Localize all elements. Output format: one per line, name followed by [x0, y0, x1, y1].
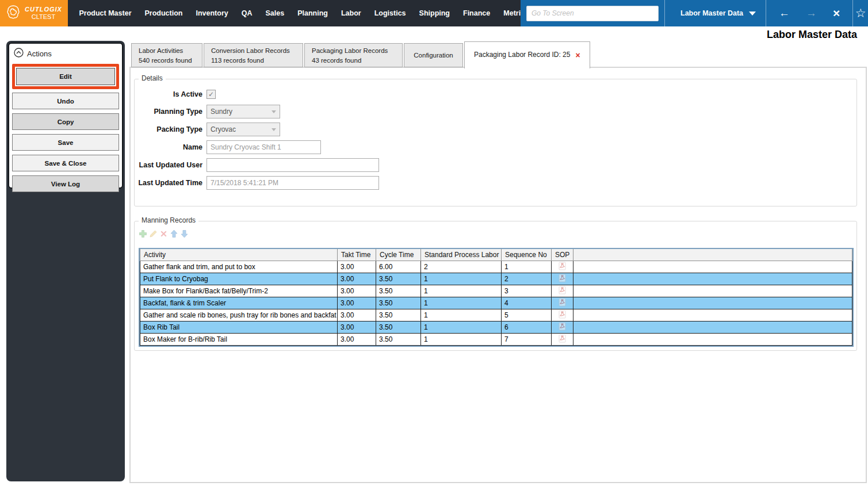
tab-record-count: 43 records found [312, 56, 395, 66]
table-row[interactable]: Box Rib Tail 3.00 3.50 1 6 [140, 321, 852, 333]
edit-button[interactable]: Edit [16, 68, 115, 85]
add-row-icon[interactable] [139, 229, 147, 240]
sop-pdf-icon[interactable] [559, 298, 566, 308]
last-updated-time-label: Last Updated Time [135, 179, 202, 187]
screen-selector-label: Labor Master Data [680, 9, 743, 17]
is-active-label: Is Active [135, 90, 202, 98]
close-screen-icon[interactable]: × [825, 0, 848, 26]
favorite-star-icon[interactable]: ☆ [855, 6, 866, 20]
column-header-blank [573, 249, 852, 261]
cell-cycle-time: 6.00 [376, 261, 421, 273]
cell-sequence-no: 6 [502, 321, 552, 333]
is-active-checkbox[interactable]: ✓ [207, 90, 216, 99]
cell-activity: Put Flank to Cryobag [140, 273, 338, 285]
menu-item-planning[interactable]: Planning [291, 9, 335, 17]
table-row[interactable]: Make Box for Flank/Back fat/Belly/Trim-2… [140, 285, 852, 297]
last-updated-user-field[interactable] [207, 158, 379, 172]
save-and-close-button[interactable]: Save & Close [12, 155, 119, 171]
table-row[interactable]: Gather flank and trim, and put to box 3.… [140, 261, 852, 273]
app-logo[interactable]: CUTLOGIX CLTEST [0, 0, 68, 26]
last-updated-user-row: Last Updated User [135, 158, 856, 172]
screen-selector-dropdown[interactable]: Labor Master Data [671, 9, 766, 17]
cutlogix-logo-icon [6, 5, 21, 22]
menu-item-qa[interactable]: QA [235, 9, 259, 17]
cell-standard-process-labor: 2 [421, 261, 502, 273]
cell-cycle-time: 3.50 [376, 309, 421, 321]
cell-activity: Backfat, flank & trim Scaler [140, 297, 338, 309]
cell-takt-time: 3.00 [338, 261, 376, 273]
name-field[interactable] [207, 140, 321, 154]
edit-row-icon[interactable] [149, 229, 158, 240]
menu-item-labor[interactable]: Labor [334, 9, 368, 17]
menu-item-production[interactable]: Production [138, 9, 189, 17]
forward-arrow-icon[interactable]: → [798, 0, 825, 26]
menu-item-finance[interactable]: Finance [457, 9, 497, 17]
menu-item-sales[interactable]: Sales [259, 9, 291, 17]
sop-pdf-icon[interactable] [559, 334, 566, 345]
cell-sequence-no: 5 [502, 309, 552, 321]
cell-standard-process-labor: 1 [421, 273, 502, 285]
environment-name: CLTEST [32, 13, 55, 21]
copy-button[interactable]: Copy [12, 113, 119, 130]
cell-blank [573, 309, 852, 321]
sop-pdf-icon[interactable] [559, 310, 566, 320]
is-active-row: Is Active ✓ [135, 87, 856, 101]
actions-panel: Actions Edit Undo Copy Save Save & Close… [8, 43, 123, 189]
column-header-takt-time[interactable]: Takt Time [338, 249, 376, 261]
sop-pdf-icon[interactable] [559, 274, 566, 284]
main-menu: Product Master Production Inventory QA S… [68, 0, 574, 26]
cell-sequence-no: 7 [502, 333, 552, 345]
cell-takt-time: 3.00 [338, 297, 376, 309]
cell-sequence-no: 1 [502, 261, 552, 273]
tab-close-icon[interactable]: × [575, 51, 580, 60]
cell-cycle-time: 3.50 [376, 333, 421, 345]
menu-item-inventory[interactable]: Inventory [189, 9, 235, 17]
actions-panel-header[interactable]: Actions [14, 48, 119, 60]
tab-label: Packaging Labor Records [312, 46, 395, 56]
move-down-icon[interactable] [180, 229, 189, 240]
sop-pdf-icon[interactable] [559, 262, 566, 272]
planning-type-dropdown[interactable]: Sundry [207, 105, 280, 118]
packing-type-dropdown[interactable]: Cryovac [207, 123, 280, 136]
table-row[interactable]: Put Flank to Cryobag 3.00 3.50 1 2 [140, 273, 852, 285]
tab-configuration[interactable]: Configuration [404, 43, 463, 67]
view-log-button[interactable]: View Log [12, 175, 119, 192]
tab-packaging-labor-record-25[interactable]: Packaging Labor Record ID: 25 × [464, 41, 590, 68]
page-title: Labor Master Data [767, 29, 857, 41]
column-header-activity[interactable]: Activity [140, 249, 338, 261]
menu-item-product-master[interactable]: Product Master [72, 9, 138, 17]
cell-blank [573, 273, 852, 285]
move-up-icon[interactable] [170, 229, 178, 240]
cell-sequence-no: 4 [502, 297, 552, 309]
collapse-chevron-icon [14, 48, 24, 60]
last-updated-time-field[interactable] [207, 176, 379, 190]
sop-pdf-icon[interactable] [559, 322, 566, 332]
column-header-cycle-time[interactable]: Cycle Time [376, 249, 421, 261]
table-row[interactable]: Gather and scale rib bones, push tray fo… [140, 309, 852, 321]
go-to-screen-input[interactable] [526, 6, 659, 21]
cell-standard-process-labor: 1 [421, 285, 502, 297]
column-header-sequence-no[interactable]: Sequence No [502, 249, 552, 261]
chevron-down-icon [272, 110, 276, 113]
table-row[interactable]: Box Maker for B-rib/Rib Tail 3.00 3.50 1… [140, 333, 852, 345]
tab-packaging-labor-records[interactable]: Packaging Labor Records 43 records found [304, 43, 403, 67]
cell-blank [573, 321, 852, 333]
table-header-row: Activity Takt Time Cycle Time Standard P… [140, 249, 852, 261]
actions-panel-title: Actions [27, 49, 52, 58]
sop-pdf-icon[interactable] [559, 286, 566, 296]
tab-labor-activities[interactable]: Labor Activities 540 records found [131, 43, 202, 67]
save-button[interactable]: Save [12, 134, 119, 151]
tab-conversion-labor-records[interactable]: Conversion Labor Records 113 records fou… [204, 43, 303, 67]
tab-label: Labor Activities [139, 46, 195, 56]
delete-row-icon[interactable] [159, 229, 168, 240]
table-row[interactable]: Backfat, flank & trim Scaler 3.00 3.50 1… [140, 297, 852, 309]
column-header-standard-process-labor[interactable]: Standard Process Labor [421, 249, 502, 261]
cell-standard-process-labor: 1 [421, 297, 502, 309]
menu-item-logistics[interactable]: Logistics [368, 9, 412, 17]
name-label: Name [135, 143, 202, 151]
undo-button[interactable]: Undo [12, 93, 119, 109]
back-arrow-icon[interactable]: ← [771, 0, 798, 26]
menu-item-shipping[interactable]: Shipping [412, 9, 456, 17]
history-nav: ← → × [766, 0, 852, 26]
column-header-sop[interactable]: SOP [552, 249, 573, 261]
